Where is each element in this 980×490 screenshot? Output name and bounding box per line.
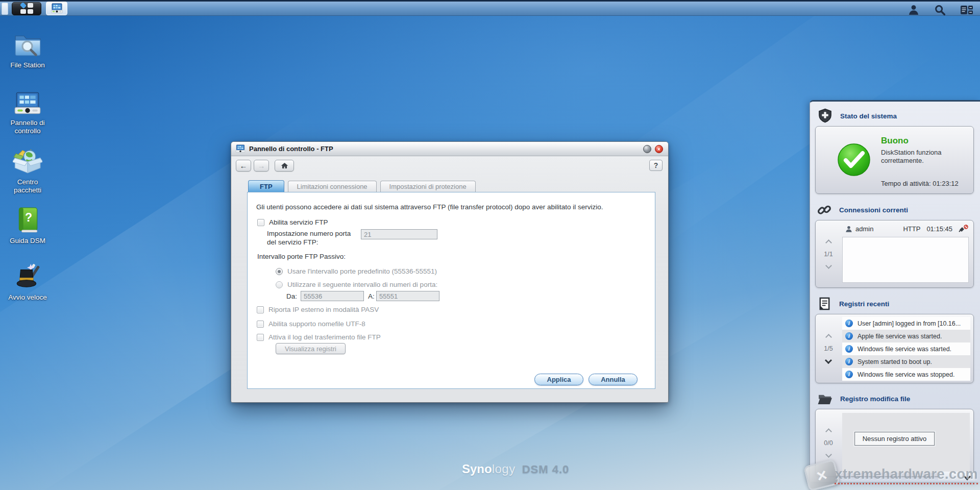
magic-hat-icon	[13, 263, 42, 290]
control-panel-icon	[235, 144, 246, 153]
main-menu-button[interactable]	[12, 2, 41, 15]
recent-logs-header: Registri recenti	[810, 297, 980, 311]
open-folder-icon	[818, 393, 832, 405]
disconnect-icon[interactable]	[958, 225, 968, 233]
checkbox-icon	[257, 334, 264, 341]
status-description: DiskStation funziona correttamente.	[881, 149, 942, 165]
system-status-header: Stato del sistema	[810, 109, 980, 123]
to-port-input[interactable]	[376, 291, 439, 301]
connections-pager: 1/1	[816, 220, 841, 287]
page-down-icon[interactable]	[825, 262, 832, 269]
desktop-icon-quick-start[interactable]: Avvio veloce	[3, 263, 52, 302]
window-titlebar[interactable]: Pannello di controllo - FTP ×	[231, 142, 668, 156]
desktop-icon-label: Centro pacchetti	[3, 178, 52, 194]
taskbar-window-control-panel[interactable]	[46, 2, 67, 15]
tab-ftp[interactable]: FTP	[248, 180, 284, 192]
page-up-icon[interactable]	[825, 239, 832, 246]
desktop-icon-label: File Station	[10, 61, 45, 69]
ftp-tab-panel: Gli utenti possono accedere ai dati sul …	[247, 192, 655, 389]
log-row[interactable]: i Windows file service was started.	[842, 342, 970, 355]
back-button[interactable]: ←	[236, 160, 251, 172]
enable-ftp-checkbox[interactable]: Abilita servizio FTP	[257, 218, 328, 226]
control-panel-icon	[13, 92, 42, 115]
logs-pager: 1/5	[816, 314, 841, 383]
system-health-panel: Stato del sistema Buono DiskStation funz…	[810, 100, 980, 482]
user-icon[interactable]	[908, 4, 919, 15]
tab-strip: FTP Limitazioni connessione Impostazioni…	[248, 180, 476, 192]
ftp-port-input[interactable]	[361, 229, 437, 239]
pager-value: 1/5	[824, 345, 832, 352]
page-up-icon[interactable]	[825, 428, 832, 435]
connection-user: admin	[855, 225, 873, 233]
minimize-button[interactable]	[643, 145, 651, 153]
log-row[interactable]: i System started to boot up.	[842, 355, 970, 368]
desktop-icon-file-station[interactable]: File Station	[3, 32, 52, 69]
file-station-icon	[14, 32, 42, 58]
tab-security-settings[interactable]: Impostazioni di protezione	[380, 181, 476, 192]
radio-custom-range[interactable]: Utilizzare il seguente intervallo di num…	[276, 281, 437, 288]
ftp-intro-text: Gli utenti possono accedere ai dati sul …	[256, 203, 649, 211]
checkbox-icon	[257, 321, 264, 328]
watermark: × xtremehardware.com	[806, 462, 978, 488]
from-port-input[interactable]	[301, 291, 364, 301]
watermark-text: xtremehardware.com	[835, 467, 978, 484]
main-menu-icon	[19, 2, 26, 9]
connections-header: Connessioni correnti	[810, 203, 980, 217]
desktop-icon-control-panel[interactable]: Pannello di controllo	[3, 92, 52, 135]
log-document-icon	[818, 297, 831, 311]
radio-icon	[276, 281, 283, 288]
log-row[interactable]: i Windows file service was stopped.	[842, 368, 970, 381]
recent-logs-box: 1/5 i User [admin] logged in from [10.16…	[815, 314, 974, 383]
ftp-log-checkbox[interactable]: Attiva il log del trasferimento file FTP	[257, 333, 381, 341]
close-button[interactable]: ×	[655, 145, 663, 153]
desktop-icon-label: Pannello di controllo	[3, 119, 52, 135]
info-icon: i	[845, 345, 853, 353]
pilot-view-icon[interactable]	[961, 5, 973, 15]
pager-value: 0/0	[824, 439, 832, 447]
pager-value: 1/1	[824, 251, 832, 258]
show-desktop-button[interactable]	[2, 3, 8, 15]
page-up-icon[interactable]	[825, 334, 832, 340]
forward-button[interactable]: →	[254, 160, 269, 172]
page-down-icon[interactable]	[825, 451, 832, 458]
checkbox-icon	[257, 306, 264, 313]
log-row[interactable]: i Apple file service was started.	[842, 330, 970, 342]
status-value: Buono	[881, 136, 942, 146]
help-button[interactable]: ?	[649, 160, 663, 171]
pasv-ip-checkbox[interactable]: Riporta IP esterno in modalità PASV	[257, 306, 379, 313]
connections-list-area	[842, 237, 969, 283]
link-icon	[818, 203, 831, 217]
cancel-button[interactable]: Annulla	[589, 374, 638, 385]
help-question-glyph: ?	[25, 211, 32, 225]
uptime-text: Tempo di attività: 01:23:12	[881, 180, 959, 187]
search-icon[interactable]	[935, 5, 945, 15]
connection-time: 01:15:45	[926, 225, 952, 233]
file-change-log-header: Registro modifica file	[810, 391, 980, 406]
desktop-icon-package-center[interactable]: Centro pacchetti	[3, 147, 52, 194]
desktop-icon-label: Avvio veloce	[8, 293, 47, 302]
home-button[interactable]	[275, 160, 294, 172]
page-down-icon[interactable]	[825, 356, 832, 363]
tab-connection-limits[interactable]: Limitazioni connessione	[288, 181, 377, 192]
desktop-icon-dsm-help[interactable]: ? Guida DSM	[3, 207, 52, 245]
apply-button[interactable]: Applica	[534, 374, 583, 385]
no-active-log-message: Nessun registro attivo	[854, 432, 935, 446]
home-icon	[281, 162, 288, 169]
radio-default-range[interactable]: Usare l'intervallo porte predefinito (55…	[276, 267, 437, 275]
view-logs-button[interactable]: Visualizza registri	[276, 343, 346, 354]
checkbox-icon	[257, 219, 264, 226]
utf8-checkbox[interactable]: Abilita supporto nomefile UTF-8	[257, 320, 365, 328]
control-panel-ftp-window: Pannello di controllo - FTP × ← → ? FTP …	[231, 141, 669, 403]
synology-dsm-logo: Synology DSM 4.0	[462, 462, 569, 476]
system-status-box: Buono DiskStation funziona correttamente…	[815, 126, 974, 194]
info-icon: i	[845, 358, 853, 365]
status-ok-icon	[837, 143, 871, 177]
from-label: Da:	[286, 292, 297, 300]
radio-icon	[276, 268, 283, 275]
passive-range-label: Intervallo porte FTP Passivo:	[257, 253, 346, 260]
info-icon: i	[845, 320, 853, 327]
connection-row[interactable]: admin HTTP 01:15:45	[845, 225, 968, 233]
log-row[interactable]: i User [admin] logged in from [10.16...	[842, 317, 970, 330]
control-panel-icon	[51, 3, 63, 14]
taskbar	[0, 0, 980, 16]
